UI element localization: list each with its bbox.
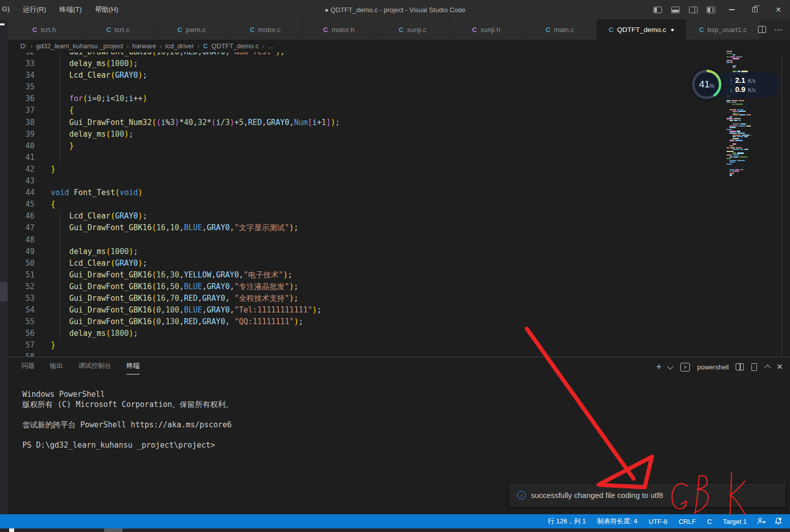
minimap-row xyxy=(725,133,751,134)
line-number[interactable]: 48 xyxy=(8,234,35,246)
maximize-panel-icon[interactable] xyxy=(765,364,771,371)
restore-button[interactable] xyxy=(743,0,767,19)
breadcrumb-item[interactable]: D: xyxy=(20,42,27,50)
c-file-icon: C xyxy=(546,26,550,34)
indent-guide xyxy=(60,93,60,105)
breadcrumb-item[interactable]: lcd_driver xyxy=(165,42,194,50)
tab-motor.h[interactable]: Cmotor.h xyxy=(302,19,376,40)
c-file-icon: C xyxy=(472,26,477,34)
indent-guide xyxy=(60,58,60,70)
feedback-icon[interactable] xyxy=(752,514,770,528)
new-terminal-icon[interactable]: + xyxy=(656,361,661,372)
line-number[interactable]: 43 xyxy=(8,175,35,187)
c-file-icon: C xyxy=(699,26,704,34)
close-button[interactable]: ✕ xyxy=(767,0,790,19)
terminal-dropdown-icon[interactable] xyxy=(667,363,674,369)
tab-QDTFT_demo.c[interactable]: CQDTFT_demo.c● xyxy=(597,19,686,40)
line-number[interactable]: 49 xyxy=(8,246,35,258)
line-number[interactable]: 38 xyxy=(8,117,35,129)
panel-tab-问题[interactable]: 问题 xyxy=(21,361,35,374)
line-number[interactable]: 32 xyxy=(8,52,35,58)
breadcrumb-file[interactable]: QDTFT_demo.c xyxy=(211,42,259,50)
close-panel-icon[interactable]: ✕ xyxy=(776,362,783,371)
target-selector[interactable]: Target 1 xyxy=(717,518,752,525)
line-number[interactable]: 52 xyxy=(8,281,35,293)
tab-bsp_usart1.c[interactable]: Cbsp_usart1.c xyxy=(686,19,760,40)
code-line-54: 54 Gui_DrawFont_GBK16(0,100,BLUE,GRAY0,"… xyxy=(8,304,790,316)
line-number[interactable]: 50 xyxy=(8,258,35,269)
line-number[interactable]: 56 xyxy=(8,328,35,339)
more-actions-icon[interactable]: ⋯ xyxy=(774,25,783,35)
panel-tab-终端[interactable]: 终端 xyxy=(127,361,140,374)
tab-motor.c[interactable]: Cmotor.c xyxy=(229,19,302,40)
cursor-position[interactable]: 行 126，列 1 xyxy=(542,517,591,526)
breadcrumb-item[interactable]: gd32_learn_kuhansu _project xyxy=(36,42,123,50)
tab-size[interactable]: 制表符长度: 4 xyxy=(591,517,643,526)
tab-main.c[interactable]: Cmain.c xyxy=(523,19,597,40)
line-number[interactable]: 47 xyxy=(8,222,35,234)
network-speed-widget[interactable]: ↑ 2.1 K/s ↓ 0.9 K/s xyxy=(715,72,779,98)
code-editor[interactable]: 32 Gui_DrawFont_GBK16(16,20,RED,GRAY0,"N… xyxy=(8,52,790,357)
line-number[interactable]: 44 xyxy=(8,187,35,199)
chevron-right-icon: › xyxy=(198,43,200,50)
menu-item[interactable]: G) xyxy=(2,5,10,14)
line-number[interactable]: 45 xyxy=(8,199,35,210)
minimize-button[interactable] xyxy=(720,0,743,19)
split-editor-icon[interactable] xyxy=(758,26,766,33)
tab-tcrt.c[interactable]: Ctcrt.c xyxy=(81,19,155,40)
line-number[interactable]: 42 xyxy=(8,164,35,175)
customize-layout-icon[interactable] xyxy=(707,7,715,13)
split-terminal-icon[interactable] xyxy=(736,363,744,370)
eol-sequence[interactable]: CRLF xyxy=(673,518,702,525)
line-number[interactable]: 40 xyxy=(8,140,35,152)
tab-xunji.c[interactable]: Cxunji.c xyxy=(376,19,450,40)
breadcrumb-item[interactable]: harware xyxy=(132,42,156,50)
line-number[interactable]: 34 xyxy=(8,70,35,81)
c-file-icon: C xyxy=(203,42,208,50)
c-file-icon: C xyxy=(323,26,328,34)
line-number[interactable]: 36 xyxy=(8,93,35,105)
tab-xunji.h[interactable]: Cxunji.h xyxy=(450,19,523,40)
breadcrumb-more[interactable]: ... xyxy=(268,42,273,50)
line-number[interactable]: 41 xyxy=(8,152,35,164)
menu-item[interactable]: 运行(R) xyxy=(23,5,46,14)
line-number[interactable]: 57 xyxy=(8,339,35,351)
panel-tab-调试控制台[interactable]: 调试控制台 xyxy=(78,361,111,374)
split-editor-layout-icon[interactable] xyxy=(689,7,698,13)
line-number[interactable]: 46 xyxy=(8,210,35,222)
line-number[interactable]: 39 xyxy=(8,129,35,140)
panel-tab-输出[interactable]: 输出 xyxy=(50,361,63,374)
toggle-panel-icon[interactable] xyxy=(671,7,680,13)
line-number[interactable]: 37 xyxy=(8,105,35,116)
shell-label[interactable]: powershell xyxy=(697,363,729,371)
terminal-output[interactable]: Windows PowerShell版权所有 (C) Microsoft Cor… xyxy=(22,389,233,450)
line-number[interactable]: 51 xyxy=(8,269,35,281)
line-number[interactable]: 58 xyxy=(8,351,35,357)
line-number[interactable]: 55 xyxy=(8,316,35,328)
kill-terminal-icon[interactable] xyxy=(751,363,757,371)
minimap[interactable] xyxy=(725,51,751,181)
minimap-row xyxy=(725,162,751,163)
line-number[interactable]: 33 xyxy=(8,58,35,70)
taskbar-sliver xyxy=(0,528,790,532)
line-number[interactable]: 53 xyxy=(8,293,35,304)
cpu-usage-widget[interactable]: 41 % xyxy=(692,70,721,99)
notification-toast[interactable]: i successfully changed file coding to ut… xyxy=(510,484,785,507)
tab-pwm.c[interactable]: Cpwm.c xyxy=(155,19,229,40)
toggle-sidebar-icon[interactable] xyxy=(653,7,662,13)
notifications-bell-icon[interactable] xyxy=(770,514,787,528)
menu-item[interactable]: 帮助(H) xyxy=(95,5,118,14)
line-number[interactable]: 54 xyxy=(8,304,35,316)
modified-dot-icon[interactable]: ● xyxy=(671,26,674,33)
indent-guide xyxy=(60,281,60,293)
code-line-37: 37 { xyxy=(8,105,790,116)
code-text: } xyxy=(35,339,55,351)
indent-guide xyxy=(60,258,60,269)
terminal-line xyxy=(22,410,233,420)
line-number[interactable]: 35 xyxy=(8,81,35,93)
minimap-row xyxy=(725,173,751,174)
tab-tcrt.h[interactable]: Ctcrt.h xyxy=(8,19,81,40)
language-mode[interactable]: C xyxy=(702,518,717,525)
menu-item[interactable]: 终端(T) xyxy=(59,5,82,14)
encoding[interactable]: UTF-8 xyxy=(643,518,673,525)
